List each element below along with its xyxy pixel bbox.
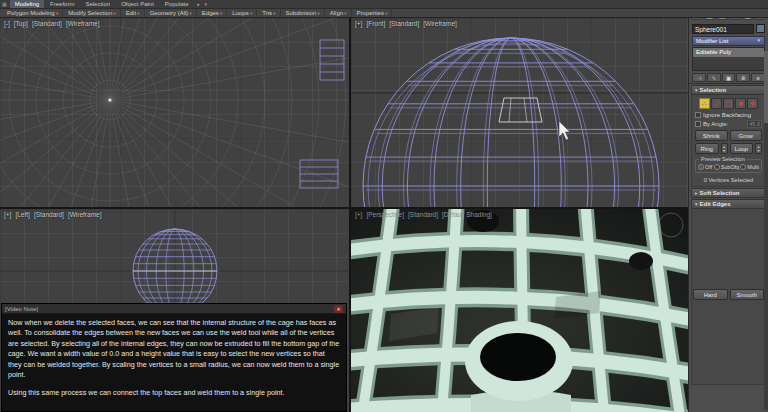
ribbon-panel-loops[interactable]: Loops [228, 9, 257, 17]
scrollbar-thumb[interactable] [764, 51, 768, 123]
smooth-button[interactable]: Smooth [730, 289, 765, 300]
shrink-button[interactable]: Shrink [695, 130, 728, 141]
ring-spinner[interactable] [721, 143, 728, 154]
ignore-backfacing-label: Ignore Backfacing [703, 112, 751, 118]
viewport-menu-pov[interactable]: [Front] [366, 20, 385, 27]
stack-item-editable-poly[interactable]: Editable Poly [693, 48, 764, 57]
viewport-menu-general[interactable]: [+] [4, 211, 11, 218]
loop-spinner[interactable] [755, 143, 762, 154]
viewport-area: [-] [Top] [Standard] [Wireframe] [+] [Fr… [0, 18, 688, 412]
modifier-list-label: Modifier List [696, 37, 728, 45]
note-paragraph: Now when we delete the selected faces, w… [8, 318, 340, 381]
by-angle-label: By Angle: [703, 121, 728, 127]
viewport-menu-pov[interactable]: [Perspective] [366, 211, 404, 218]
ribbon-panel-polygon-modeling[interactable]: Polygon Modeling [3, 9, 63, 17]
object-name-field[interactable]: Sphere001 [692, 24, 754, 34]
by-angle-row: By Angle: 45.0 [694, 119, 763, 129]
pin-stack-icon[interactable]: ⊣ [692, 73, 706, 82]
element-icon[interactable]: ❖ [747, 98, 758, 109]
rollout-selection-header[interactable]: Selection [691, 85, 766, 95]
make-unique-icon[interactable]: ▣ [722, 73, 736, 82]
viewport-menu-renderer[interactable]: [Standard] [408, 211, 438, 218]
viewport-menu-shading[interactable]: [Wireframe] [423, 20, 457, 27]
modifier-stack: Editable Poly [692, 47, 765, 71]
by-angle-value[interactable]: 45.0 [747, 120, 762, 128]
ignore-backfacing-row: Ignore Backfacing [694, 111, 763, 119]
command-panel-scrollbar[interactable] [764, 51, 768, 410]
viewport-top[interactable]: [-] [Top] [Standard] [Wireframe] [0, 18, 349, 207]
viewport-front-label: [+] [Front] [Standard] [Wireframe] [355, 20, 457, 27]
ribbon-panel-align[interactable]: Align [326, 9, 352, 17]
ribbon-tab-bar: ▦ Modeling Freeform Selection Object Pai… [0, 0, 768, 9]
subobject-level-icons: ∴ ╱ ▢ ■ ❖ [694, 97, 763, 111]
ribbon-collapse-icon[interactable]: ▾ [203, 1, 210, 7]
configure-modifier-sets-icon[interactable]: ≡ [751, 73, 765, 82]
app-logo-icon[interactable]: ▦ [2, 1, 7, 7]
video-note-titlebar[interactable]: [Video Note] ✕ [2, 304, 346, 314]
video-note-overlay: [Video Note] ✕ Now when we delete the se… [1, 303, 347, 412]
stack-toolbar: ⊣ ∿ ▣ ⊗ ≡ [689, 72, 768, 84]
ribbon-panel-geometry-all[interactable]: Geometry (All) [146, 9, 197, 17]
ribbon-tab-modeling[interactable]: Modeling [10, 0, 44, 8]
ribbon-panel-properties[interactable]: Properties [353, 9, 393, 17]
ribbon-tab-object-paint[interactable]: Object Paint [116, 0, 159, 8]
viewport-menu-renderer[interactable]: [Standard] [32, 20, 62, 27]
3dsmax-window: ▦ Modeling Freeform Selection Object Pai… [0, 0, 768, 412]
rollout-edit-edges: Edit Edges Hard Smooth [691, 199, 766, 385]
viewport-menu-shading[interactable]: [Wireframe] [66, 20, 100, 27]
loop-button[interactable]: Loop [730, 143, 754, 154]
modifier-list-dropdown[interactable]: Modifier List ▼ [692, 36, 765, 46]
radio-icon [714, 164, 720, 170]
viewport-front[interactable]: [+] [Front] [Standard] [Wireframe] [351, 18, 688, 207]
preview-multi-radio[interactable]: Multi [740, 164, 759, 170]
ring-button[interactable]: Ring [695, 143, 719, 154]
by-angle-checkbox[interactable] [695, 121, 701, 127]
viewport-menu-general[interactable]: [-] [4, 20, 10, 27]
viewport-menu-general[interactable]: [+] [355, 211, 362, 218]
ribbon-panel-edges[interactable]: Edges [198, 9, 228, 17]
front-view-wireframe [351, 18, 688, 207]
viewport-menu-general[interactable]: [+] [355, 20, 362, 27]
preview-off-radio[interactable]: Off [698, 164, 712, 170]
viewport-perspective-label: [+] [Perspective] [Standard] [Default Sh… [355, 211, 492, 218]
ribbon-panel-edit[interactable]: Edit [122, 9, 145, 17]
viewport-top-label: [-] [Top] [Standard] [Wireframe] [4, 20, 99, 27]
border-icon[interactable]: ▢ [723, 98, 734, 109]
ignore-backfacing-checkbox[interactable] [695, 112, 701, 118]
ribbon-panel-modify-selection[interactable]: Modify Selection [64, 9, 121, 17]
remove-modifier-icon[interactable]: ⊗ [736, 73, 750, 82]
viewport-menu-shading[interactable]: [Wireframe] [68, 211, 102, 218]
grow-button[interactable]: Grow [730, 130, 763, 141]
viewport-menu-renderer[interactable]: [Standard] [389, 20, 419, 27]
ribbon-tab-freeform[interactable]: Freeform [45, 0, 79, 8]
hard-button[interactable]: Hard [693, 289, 728, 300]
rollout-soft-selection-title: Soft Selection [700, 190, 740, 196]
preview-subobj-radio[interactable]: SubObj [714, 164, 739, 170]
command-panel: + ◉ ◫ ◔ ▦ ✶ Sphere001 Modifier List ▼ Ed… [688, 9, 768, 412]
ribbon-tab-populate[interactable]: Populate [160, 0, 194, 8]
polygon-icon[interactable]: ■ [735, 98, 746, 109]
rollout-selection-title: Selection [700, 87, 727, 93]
preview-subobj-label: SubObj [721, 164, 739, 170]
ribbon-panel-subdivision[interactable]: Subdivision [282, 9, 325, 17]
perspective-render [351, 209, 688, 412]
ribbon-panel-tris[interactable]: Tris [258, 9, 280, 17]
rollout-edit-edges-header[interactable]: Edit Edges [691, 199, 766, 209]
selection-status: 0 Vertices Selected [694, 175, 763, 183]
object-color-swatch[interactable] [756, 24, 765, 33]
viewport-menu-pov[interactable]: [Left] [15, 211, 29, 218]
preview-multi-label: Multi [747, 164, 759, 170]
close-icon[interactable]: ✕ [334, 305, 343, 313]
rollout-soft-selection-header[interactable]: Soft Selection [691, 188, 766, 198]
vertex-icon[interactable]: ∴ [699, 98, 710, 109]
viewport-menu-pov[interactable]: [Top] [14, 20, 28, 27]
ribbon-tab-selection[interactable]: Selection [80, 0, 115, 8]
ribbon-pin-icon[interactable]: ● [195, 1, 202, 7]
viewport-menu-renderer[interactable]: [Standard] [34, 211, 64, 218]
viewport-perspective[interactable]: [+] [Perspective] [Standard] [Default Sh… [351, 209, 688, 412]
edge-icon[interactable]: ╱ [711, 98, 722, 109]
viewport-menu-shading[interactable]: [Default Shading] [442, 211, 492, 218]
rollout-soft-selection: Soft Selection [691, 188, 766, 198]
show-end-result-icon[interactable]: ∿ [707, 73, 721, 82]
preview-selection-label: Preview Selection [699, 156, 747, 162]
